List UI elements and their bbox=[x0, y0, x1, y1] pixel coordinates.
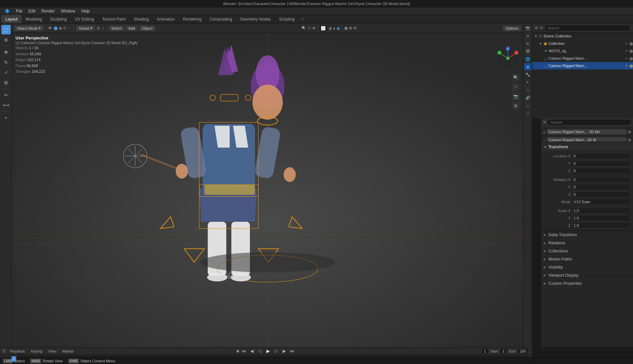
menu-help[interactable]: Help bbox=[79, 8, 92, 14]
search-viewport-icon[interactable]: 🔍 bbox=[301, 26, 306, 30]
zoom-in-btn[interactable]: 🔍 bbox=[512, 73, 520, 82]
current-frame-field[interactable]: 1 bbox=[482, 348, 488, 354]
tool-select[interactable]: ⬚ bbox=[1, 25, 11, 34]
tab-geometry-nodes[interactable]: Geometry Nodes bbox=[236, 15, 275, 23]
viewport-icon-1[interactable]: ◈ bbox=[59, 26, 62, 30]
menu-window[interactable]: Window bbox=[58, 8, 78, 14]
filter-icon[interactable]: ▦ bbox=[344, 26, 348, 30]
menu-edit[interactable]: Edit bbox=[26, 8, 38, 14]
next-keyframe-btn[interactable]: ▷ bbox=[273, 348, 280, 355]
view-menu[interactable]: View bbox=[46, 348, 58, 354]
outliner-collection[interactable]: ▼ ▣ Collection 👁 ⬤ bbox=[532, 40, 633, 47]
prev-frame-btn[interactable]: ◀ bbox=[249, 348, 255, 355]
mode-select-btn[interactable]: Object Mode ▾ bbox=[14, 25, 44, 31]
tab-texture-paint[interactable]: Texture Paint bbox=[98, 15, 130, 23]
gizmo-icon[interactable]: ⊕ bbox=[312, 26, 315, 30]
visibility-header[interactable]: ▶ Visibility bbox=[541, 263, 633, 271]
location-z-field[interactable]: 0 bbox=[572, 168, 630, 174]
tool-rotate[interactable]: ↻ bbox=[1, 58, 11, 67]
grid-btn[interactable]: ⊞ bbox=[512, 102, 520, 110]
motion-paths-header[interactable]: ▶ Motion Paths bbox=[541, 255, 633, 263]
menu-file[interactable]: File bbox=[13, 8, 25, 14]
scale-y-field[interactable]: 1.0 bbox=[572, 215, 630, 221]
prop-tab-render[interactable]: 📷 bbox=[524, 24, 531, 32]
rotation-mode-field[interactable]: XYZ Euler bbox=[572, 199, 630, 205]
tab-add[interactable]: + bbox=[299, 16, 307, 22]
tab-rendering[interactable]: Rendering bbox=[179, 15, 205, 23]
tab-animation[interactable]: Animation bbox=[153, 15, 179, 23]
shade-material[interactable]: ● bbox=[333, 26, 335, 31]
filter2-icon[interactable]: ⊞ bbox=[349, 26, 352, 30]
tab-sculpting[interactable]: Sculpting bbox=[46, 15, 71, 23]
prop-tab-constraints[interactable]: 🔗 bbox=[524, 94, 531, 101]
object-btn[interactable]: Object bbox=[139, 26, 155, 31]
start-frame-field[interactable]: 1 bbox=[500, 348, 507, 354]
filter3-icon[interactable]: ⊟ bbox=[353, 26, 356, 30]
rotation-z-field[interactable]: 0 bbox=[572, 191, 630, 198]
prop-tab-modifiers[interactable]: 🔧 bbox=[524, 71, 531, 78]
viewport-3d[interactable]: User Perspective (1) Collection | Cartoo… bbox=[12, 33, 523, 347]
add-btn[interactable]: Add bbox=[126, 26, 138, 31]
shade-solid[interactable]: ◑ bbox=[328, 26, 332, 31]
prev-keyframe-btn[interactable]: ◁ bbox=[257, 348, 263, 355]
shade-wire[interactable]: ⬜ bbox=[320, 26, 327, 31]
outliner-filter-icon[interactable]: ⊟ bbox=[540, 26, 543, 30]
tool-transform[interactable]: ⊞ bbox=[1, 78, 11, 87]
prop-tab-view-layer[interactable]: ⊞ bbox=[524, 40, 531, 47]
relations-header[interactable]: ▶ Relations bbox=[541, 239, 633, 247]
go-start-btn[interactable]: ⏮ bbox=[240, 348, 247, 355]
delta-transform-header[interactable]: ▶ Delta Transform bbox=[541, 231, 633, 239]
rotation-y-field[interactable]: 0 bbox=[572, 184, 630, 190]
viewport-icon-cam[interactable]: ⬤ bbox=[54, 26, 58, 30]
scale-z-field[interactable]: 1.0 bbox=[572, 222, 630, 229]
prop-tab-material[interactable]: ⬡ bbox=[524, 110, 531, 117]
prop-tab-particles[interactable]: ✦ bbox=[524, 79, 531, 86]
overlay-icon[interactable]: ⬡ bbox=[308, 26, 311, 30]
outliner-search-input[interactable] bbox=[545, 25, 630, 31]
marker-menu[interactable]: Marker bbox=[60, 348, 76, 354]
menu-render[interactable]: Render bbox=[39, 8, 57, 14]
outliner-wgts-rig[interactable]: ✦ WGTS_rig 👁 ⬤ bbox=[532, 47, 633, 55]
snap-icon[interactable]: ⊙ bbox=[96, 26, 100, 31]
obj-name-field[interactable]: Cartoon Rigged Warri.... 3D Mo bbox=[547, 129, 627, 134]
transform-header[interactable]: ▼ Transform bbox=[541, 143, 633, 151]
location-y-field[interactable]: 0 bbox=[572, 160, 630, 166]
tab-scripting[interactable]: Scripting bbox=[275, 15, 299, 23]
global-btn[interactable]: Global ▾ bbox=[76, 25, 95, 31]
tab-layout[interactable]: Layout bbox=[1, 15, 22, 23]
end-frame-field[interactable]: 250 bbox=[518, 348, 528, 354]
next-frame-btn[interactable]: ▶ bbox=[281, 348, 288, 355]
options-btn[interactable]: Options bbox=[503, 26, 521, 31]
play-btn[interactable]: ▶ bbox=[265, 348, 271, 355]
tool-measure[interactable]: ⟺ bbox=[1, 100, 11, 110]
outliner-mesh-2[interactable]: △ Cartoon Rigged Warri... 👁 ⬤ bbox=[532, 62, 633, 69]
properties-search-input[interactable] bbox=[547, 119, 631, 125]
prop-tab-data[interactable]: △ bbox=[524, 102, 531, 109]
prop-tab-physics[interactable]: ⚛ bbox=[524, 86, 531, 94]
playback-menu[interactable]: Playback bbox=[8, 348, 27, 354]
tool-add[interactable]: + bbox=[1, 113, 11, 122]
tab-modeling[interactable]: Modeling bbox=[22, 15, 46, 23]
go-end-btn[interactable]: ⏭ bbox=[289, 348, 296, 355]
prop-tab-object[interactable]: ▣ bbox=[524, 63, 531, 70]
menu-blender[interactable]: 🔷 bbox=[2, 8, 12, 14]
viewport-display-header[interactable]: ▶ Viewport Display bbox=[541, 271, 633, 279]
collections-header[interactable]: ▶ Collections bbox=[541, 247, 633, 255]
prop-tab-world[interactable]: 🌐 bbox=[524, 55, 531, 63]
prop-tab-scene[interactable]: 🎬 bbox=[524, 48, 531, 55]
outliner-mesh-1[interactable]: △ Cartoon Rigged Warri... 👁 ⬤ bbox=[532, 55, 633, 62]
camera-btn[interactable]: 📷 bbox=[512, 92, 520, 100]
viewport-icon-2[interactable]: ◷ bbox=[63, 26, 66, 30]
tab-uv-editing[interactable]: UV Editing bbox=[71, 15, 98, 23]
custom-properties-header[interactable]: ▶ Custom Properties bbox=[541, 279, 633, 287]
navigation-gizmo[interactable]: X Y Z bbox=[496, 47, 520, 70]
tab-compositing[interactable]: Compositing bbox=[206, 15, 236, 23]
scale-x-field[interactable]: 1.0 bbox=[572, 208, 630, 214]
location-x-field[interactable]: 0 bbox=[572, 153, 630, 159]
proportional-icon[interactable]: ○ bbox=[102, 26, 104, 31]
select-btn[interactable]: Select bbox=[109, 26, 124, 31]
rotation-x-field[interactable]: 0 bbox=[572, 177, 630, 183]
obj-name-options[interactable]: ⊟ bbox=[628, 130, 631, 134]
tool-move[interactable]: ✥ bbox=[1, 48, 11, 57]
tool-annotate[interactable]: ✏ bbox=[1, 90, 11, 100]
